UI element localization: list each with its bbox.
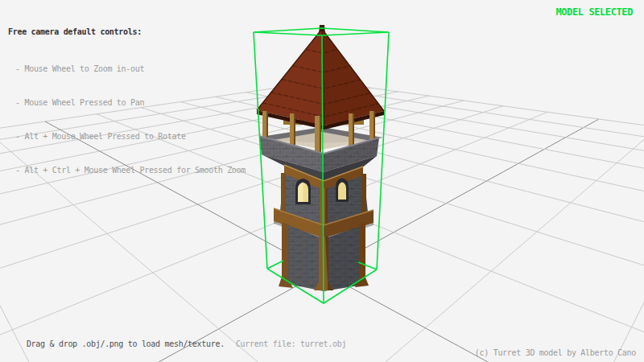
current-file-label: Current file: turret.obj <box>236 339 346 348</box>
drop-hint: Drag & drop .obj/.png to load mesh/textu… <box>27 339 225 348</box>
control-item: - Alt + Mouse Wheel Pressed to Rotate <box>8 129 246 145</box>
window-right <box>336 179 349 203</box>
camera-controls-help: Free camera default controls: - Mouse Wh… <box>8 10 246 196</box>
window-left <box>295 179 311 204</box>
controls-title: Free camera default controls: <box>8 27 246 36</box>
roof <box>257 25 384 130</box>
credit-label: (c) Turret 3D model by Alberto Cano <box>475 348 636 357</box>
turret-model[interactable] <box>257 25 384 291</box>
3d-viewport[interactable]: Free camera default controls: - Mouse Wh… <box>0 0 644 362</box>
control-item: - Alt + Ctrl + Mouse Wheel Pressed for S… <box>8 162 246 179</box>
footer-hint-bar: Drag & drop .obj/.png to load mesh/textu… <box>8 331 346 357</box>
control-item: - Mouse Wheel Pressed to Pan <box>8 95 246 111</box>
model-selected-status: MODEL SELECTED <box>555 6 633 18</box>
control-item: - Mouse Wheel to Zoom in-out <box>8 61 246 77</box>
